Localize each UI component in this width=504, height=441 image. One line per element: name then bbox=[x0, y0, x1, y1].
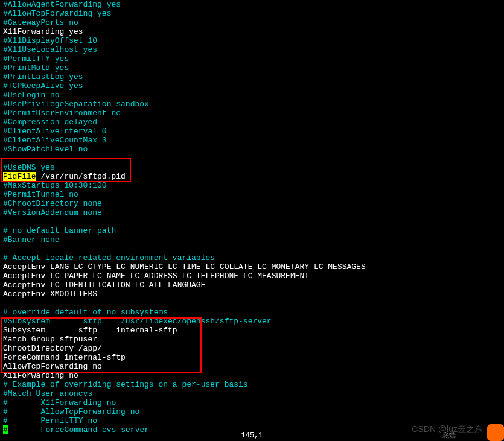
config-line bbox=[3, 244, 504, 253]
config-line: AllowTcpForwarding no bbox=[3, 362, 504, 371]
config-line bbox=[3, 154, 504, 163]
config-line: #VersionAddendum none bbox=[3, 208, 504, 217]
config-line: #ClientAliveInterval 0 bbox=[3, 127, 504, 136]
config-line: #PermitTTY yes bbox=[3, 54, 504, 63]
config-line: #Subsystem sftp /usr/libexec/openssh/sft… bbox=[3, 317, 504, 326]
config-line: AcceptEnv LC_PAPER LC_NAME LC_ADDRESS LC… bbox=[3, 271, 504, 281]
config-line: #TCPKeepAlive yes bbox=[3, 81, 504, 90]
config-line: #MaxStartups 10:30:100 bbox=[3, 181, 504, 190]
config-line: #Compression delayed bbox=[3, 118, 504, 127]
config-line: AcceptEnv LC_IDENTIFICATION LC_ALL LANGU… bbox=[3, 281, 504, 290]
config-line: #AllowTcpForwarding yes bbox=[3, 9, 504, 18]
config-line: Subsystem sftp internal-sftp bbox=[3, 326, 504, 335]
config-line: Match Group sftpuser bbox=[3, 335, 504, 344]
config-line: #X11DisplayOffset 10 bbox=[3, 36, 504, 45]
config-line: #PermitUserEnvironment no bbox=[3, 109, 504, 118]
config-line: # override default of no subsystems bbox=[3, 308, 504, 317]
config-line: # X11Forwarding no bbox=[3, 398, 504, 407]
config-line: ForceCommand internal-sftp bbox=[3, 353, 504, 362]
config-line: # Accept locale-related environment vari… bbox=[3, 253, 504, 262]
config-file-content: #AllowAgentForwarding yes#AllowTcpForwar… bbox=[3, 0, 504, 434]
config-line: #PermitTunnel no bbox=[3, 190, 504, 199]
search-highlight: PidFile bbox=[3, 172, 36, 181]
config-line: #ClientAliveCountMax 3 bbox=[3, 136, 504, 145]
config-line: X11Forwarding no bbox=[3, 371, 504, 380]
config-line: #GatewayPorts no bbox=[3, 18, 504, 27]
config-line: #AllowAgentForwarding yes bbox=[3, 0, 504, 9]
config-line bbox=[3, 299, 504, 308]
config-line: #ShowPatchLevel no bbox=[3, 145, 504, 154]
watermark-text: CSDN @luz云之东 bbox=[412, 425, 483, 434]
config-line: #UseDNS yes bbox=[3, 163, 504, 172]
config-line: #ChrootDirectory none bbox=[3, 199, 504, 208]
config-line: # Example of overriding settings on a pe… bbox=[3, 380, 504, 389]
config-line: #PrintLastLog yes bbox=[3, 72, 504, 81]
config-line: #Banner none bbox=[3, 235, 504, 244]
config-line bbox=[3, 217, 504, 226]
csdn-logo-icon bbox=[487, 424, 504, 441]
config-line: X11Forwarding yes bbox=[3, 27, 504, 36]
config-line: # AllowTcpForwarding no bbox=[3, 407, 504, 416]
config-line: PidFile /var/run/sftpd.pid bbox=[3, 172, 504, 181]
config-line: AcceptEnv LANG LC_CTYPE LC_NUMERIC LC_TI… bbox=[3, 262, 504, 271]
config-line: #X11UseLocalhost yes bbox=[3, 45, 504, 54]
config-line: ChrootDirectory /app/ bbox=[3, 344, 504, 353]
config-line: #PrintMotd yes bbox=[3, 63, 504, 72]
config-line: #Match User anoncvs bbox=[3, 389, 504, 398]
config-line: AcceptEnv XMODIFIERS bbox=[3, 290, 504, 299]
config-line: #UseLogin no bbox=[3, 90, 504, 100]
config-line: #UsePrivilegeSeparation sandbox bbox=[3, 100, 504, 109]
config-line: # no default banner path bbox=[3, 226, 504, 235]
